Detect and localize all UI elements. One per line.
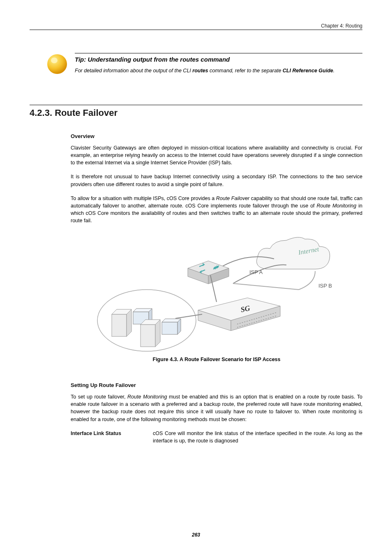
definition-list: Interface Link Status cOS Core will moni… — [71, 430, 362, 444]
overview-p1: Clavister Security Gateways are often de… — [71, 144, 362, 166]
internet-cloud: Internet — [257, 237, 330, 269]
figure-route-failover: Internet ISP A ISP B — [93, 234, 340, 353]
tip-title: Tip: Understanding output from the route… — [75, 56, 362, 63]
svg-rect-17 — [141, 325, 155, 347]
overview-p3: To allow for a situation with multiple I… — [71, 195, 362, 225]
tip-icon — [46, 53, 68, 75]
route-monitoring-term2: Route Monitoring — [127, 394, 167, 400]
svg-rect-11 — [112, 314, 127, 336]
tip-body-mid: command, refer to the separate — [208, 68, 283, 74]
def-desc: cOS Core will monitor the link status of… — [153, 430, 362, 444]
overview-p2: It is therefore not unusual to have back… — [71, 173, 362, 188]
tip-content: Tip: Understanding output from the route… — [75, 53, 362, 74]
svg-marker-13 — [127, 309, 131, 336]
tip-cli-guide: CLI Reference Guide — [283, 68, 333, 74]
figure-caption: Figure 4.3. A Route Failover Scenario fo… — [71, 357, 362, 362]
overview-heading: Overview — [71, 133, 362, 139]
svg-rect-20 — [162, 322, 178, 334]
route-failover-term: Route Failover — [216, 196, 249, 201]
def-term: Interface Link Status — [71, 430, 153, 444]
svg-marker-19 — [155, 320, 160, 347]
section-divider — [30, 105, 362, 105]
tip-routes-cmd: routes — [192, 68, 208, 74]
content: Overview Clavister Security Gateways are… — [71, 133, 362, 444]
page-header: Chapter 4: Routing — [30, 23, 362, 30]
tip-body-prefix: For detailed information about the outpu… — [75, 68, 192, 74]
svg-point-0 — [47, 54, 67, 74]
svg-point-1 — [51, 58, 58, 63]
isp-b-label: ISP B — [318, 283, 332, 289]
setting-up-heading: Setting Up Route Failover — [71, 382, 362, 388]
tip-body: For detailed information about the outpu… — [75, 67, 362, 74]
chapter-label: Chapter 4: Routing — [321, 23, 362, 29]
section-title: 4.2.3. Route Failover — [30, 108, 362, 118]
isp-a-label: ISP A — [249, 269, 263, 275]
setting-up-p1: To set up route failover, Route Monitori… — [71, 393, 362, 423]
page: Chapter 4: Routing Tip: Understanding ou… — [0, 0, 392, 555]
tip-body-suffix: . — [333, 68, 334, 74]
section-name: Route Failover — [55, 108, 118, 118]
page-number: 263 — [0, 532, 392, 538]
route-monitoring-term: Route Monitoring — [317, 203, 357, 209]
tip-block: Tip: Understanding output from the route… — [46, 53, 362, 75]
section-number: 4.2.3. — [30, 108, 52, 118]
def-interface-link-status: Interface Link Status cOS Core will moni… — [71, 430, 362, 444]
